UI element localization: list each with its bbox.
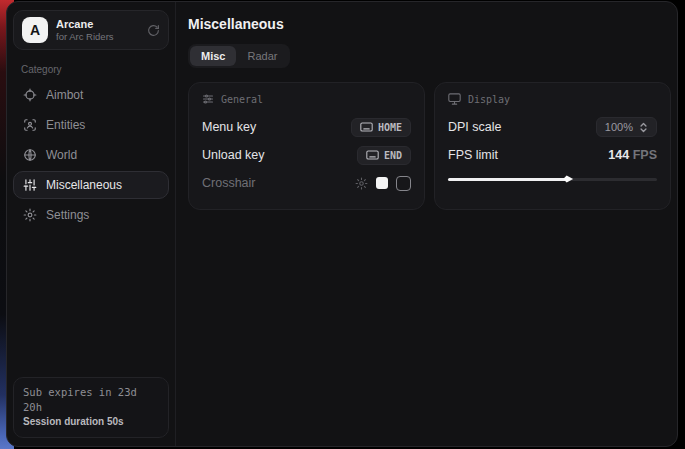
sidebar: A Arcane for Arc Riders Category Aimbot — [7, 2, 176, 446]
display-panel: Display DPI scale 100% FPS limit 144 F — [434, 82, 671, 210]
tab-radar[interactable]: Radar — [236, 46, 288, 66]
app-subtitle: for Arc Riders — [56, 31, 139, 43]
app-title: Arcane — [56, 18, 139, 31]
dpi-scale-row: DPI scale 100% — [448, 115, 657, 139]
sidebar-item-label: Settings — [46, 208, 89, 222]
refresh-icon[interactable] — [147, 24, 160, 37]
sidebar-item-world[interactable]: World — [13, 141, 169, 169]
dpi-scale-label: DPI scale — [448, 120, 502, 134]
crosshair-settings-gear-icon[interactable] — [355, 177, 368, 190]
menu-key-bind-button[interactable]: HOME — [351, 118, 411, 137]
keyboard-icon — [360, 122, 373, 132]
page-title: Miscellaneous — [188, 16, 671, 32]
globe-icon — [23, 148, 37, 162]
adjustments-icon — [202, 93, 214, 105]
general-panel: General Menu key HOME Unload key — [188, 82, 425, 210]
unload-key-label: Unload key — [202, 148, 265, 162]
menu-key-label: Menu key — [202, 120, 256, 134]
sidebar-item-label: Miscellaneous — [46, 178, 122, 192]
panel-title: General — [221, 94, 263, 105]
scan-person-icon — [23, 118, 37, 132]
unload-key-row: Unload key END — [202, 143, 411, 167]
fps-limit-value: 144 FPS — [608, 148, 657, 162]
gear-icon — [23, 208, 37, 222]
chevrons-up-down-icon — [639, 122, 648, 133]
slider-fill — [448, 178, 567, 181]
sidebar-item-aimbot[interactable]: Aimbot — [13, 81, 169, 109]
keyboard-icon — [366, 150, 379, 160]
main-content: Miscellaneous Misc Radar General Menu ke… — [176, 2, 678, 446]
fps-limit-slider[interactable] — [448, 173, 657, 185]
crosshair-color-swatch[interactable] — [376, 177, 388, 189]
sidebar-item-label: World — [46, 148, 77, 162]
category-label: Category — [21, 64, 161, 75]
session-duration: Session duration 50s — [23, 415, 159, 429]
subscription-expiry: Sub expires in 23d 20h — [23, 385, 159, 415]
menu-key-row: Menu key HOME — [202, 115, 411, 139]
fps-limit-row: FPS limit 144 FPS — [448, 143, 657, 167]
crosshair-row: Crosshair — [202, 171, 411, 195]
unload-key-bind-button[interactable]: END — [357, 146, 411, 165]
tab-misc[interactable]: Misc — [190, 46, 236, 66]
monitor-icon — [448, 93, 461, 105]
app-window: A Arcane for Arc Riders Category Aimbot — [6, 1, 678, 447]
dpi-scale-select[interactable]: 100% — [596, 117, 657, 137]
sidebar-nav: Aimbot Entities World — [13, 81, 169, 229]
crosshair-icon — [23, 88, 37, 102]
fps-limit-label: FPS limit — [448, 148, 498, 162]
sidebar-item-label: Aimbot — [46, 88, 83, 102]
sliders-icon — [23, 178, 37, 192]
subscription-card: Sub expires in 23d 20h Session duration … — [13, 377, 169, 438]
tab-bar: Misc Radar — [188, 44, 290, 68]
sidebar-item-settings[interactable]: Settings — [13, 201, 169, 229]
sidebar-item-label: Entities — [46, 118, 85, 132]
crosshair-checkbox[interactable] — [396, 176, 411, 191]
sidebar-item-entities[interactable]: Entities — [13, 111, 169, 139]
avatar: A — [22, 17, 48, 43]
crosshair-label: Crosshair — [202, 176, 256, 190]
user-card: A Arcane for Arc Riders — [13, 10, 169, 50]
sidebar-item-miscellaneous[interactable]: Miscellaneous — [13, 171, 169, 199]
slider-thumb[interactable] — [563, 174, 573, 184]
panel-title: Display — [468, 94, 510, 105]
